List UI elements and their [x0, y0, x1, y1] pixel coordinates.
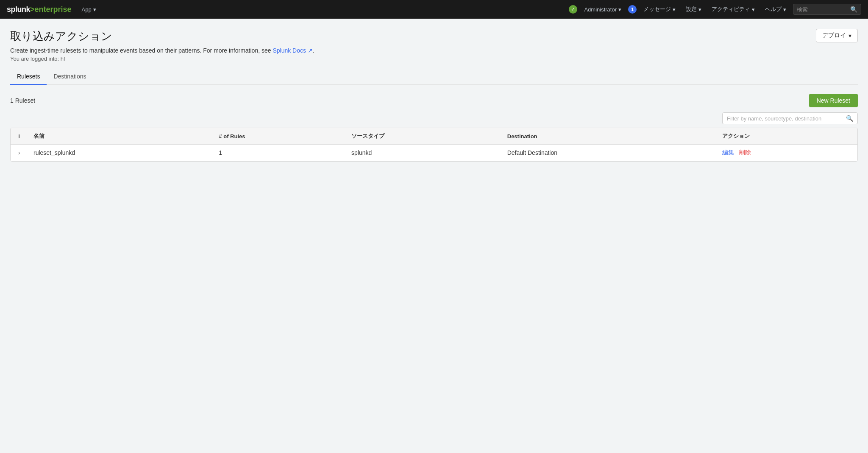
activity-label: アクティビティ: [712, 6, 750, 13]
message-badge: 1: [628, 5, 637, 14]
message-menu[interactable]: メッセージ ▾: [640, 4, 679, 15]
deploy-label: デプロイ: [822, 32, 846, 39]
new-ruleset-button[interactable]: New Ruleset: [809, 94, 858, 107]
settings-label: 設定: [686, 6, 697, 13]
row-sourcetype: splunkd: [345, 145, 501, 161]
search-icon: 🔍: [850, 6, 857, 13]
toolbar: 1 Ruleset New Ruleset: [10, 94, 858, 107]
brand-arrow-icon: >: [30, 5, 35, 14]
main-content: 取り込みアクション デプロイ ▾ Create ingest-time rule…: [0, 19, 868, 453]
splunk-docs-link[interactable]: Splunk Docs ↗: [273, 47, 312, 54]
page-title: 取り込みアクション: [10, 29, 112, 44]
brand-logo[interactable]: splunk > enterprise: [7, 5, 72, 14]
help-menu[interactable]: ヘルプ ▾: [762, 4, 790, 15]
app-menu[interactable]: App ▾: [78, 5, 100, 14]
message-dropdown-icon: ▾: [673, 6, 676, 13]
filter-row: 🔍: [10, 112, 858, 124]
search-box[interactable]: 🔍: [793, 4, 861, 15]
help-dropdown-icon: ▾: [783, 6, 786, 13]
col-header-sourcetype: ソースタイプ: [345, 128, 501, 145]
filter-box[interactable]: 🔍: [722, 112, 858, 124]
col-header-destination: Destination: [501, 128, 717, 145]
brand-enterprise-text: enterprise: [35, 5, 72, 14]
activity-menu[interactable]: アクティビティ ▾: [708, 4, 758, 15]
row-destination: Default Destination: [501, 145, 717, 161]
status-icon: ✓: [569, 5, 577, 14]
admin-label: Administrator: [584, 6, 617, 13]
table-row: › ruleset_splunkd 1 splunkd Default Dest…: [11, 145, 857, 161]
app-dropdown-icon: ▾: [93, 6, 96, 13]
edit-link[interactable]: 編集: [722, 149, 734, 156]
row-actions: 編集 削除: [716, 145, 857, 161]
rulesets-table: i 名前 # of Rules ソースタイプ Destination: [11, 128, 857, 161]
logged-in-text: You are logged into: hf: [10, 56, 858, 62]
deploy-dropdown-icon: ▾: [849, 32, 851, 39]
col-header-name: 名前: [28, 128, 213, 145]
topnav: splunk > enterprise App ▾ ✓ Administrato…: [0, 0, 868, 19]
col-header-rules: # of Rules: [213, 128, 345, 145]
search-input[interactable]: [797, 6, 848, 13]
row-name: ruleset_splunkd: [28, 145, 213, 161]
table-header-row: i 名前 # of Rules ソースタイプ Destination: [11, 128, 857, 145]
settings-dropdown-icon: ▾: [698, 6, 701, 13]
app-label: App: [82, 6, 92, 13]
admin-dropdown-icon: ▾: [618, 6, 621, 13]
tabs: Rulesets Destinations: [10, 69, 858, 85]
filter-search-icon: 🔍: [846, 115, 853, 122]
admin-menu[interactable]: Administrator ▾: [581, 5, 625, 14]
chevron-right-icon[interactable]: ›: [18, 149, 20, 156]
deploy-button[interactable]: デプロイ ▾: [816, 29, 858, 42]
page-description: Create ingest-time rulesets to manipulat…: [10, 47, 858, 54]
table-container: i 名前 # of Rules ソースタイプ Destination: [10, 128, 858, 162]
col-header-actions: アクション: [716, 128, 857, 145]
row-expand[interactable]: ›: [11, 145, 28, 161]
tab-rulesets[interactable]: Rulesets: [10, 69, 47, 85]
message-label: メッセージ: [643, 6, 671, 13]
ruleset-count: 1 Ruleset: [10, 97, 35, 104]
filter-input[interactable]: [727, 115, 843, 122]
page-header: 取り込みアクション デプロイ ▾: [10, 29, 858, 44]
brand-splunk-text: splunk: [7, 5, 30, 14]
settings-menu[interactable]: 設定 ▾: [682, 4, 705, 15]
col-header-info: i: [11, 128, 28, 145]
activity-dropdown-icon: ▾: [752, 6, 755, 13]
tab-destinations[interactable]: Destinations: [47, 69, 93, 85]
help-label: ヘルプ: [765, 6, 782, 13]
delete-link[interactable]: 削除: [739, 149, 751, 156]
row-rules: 1: [213, 145, 345, 161]
